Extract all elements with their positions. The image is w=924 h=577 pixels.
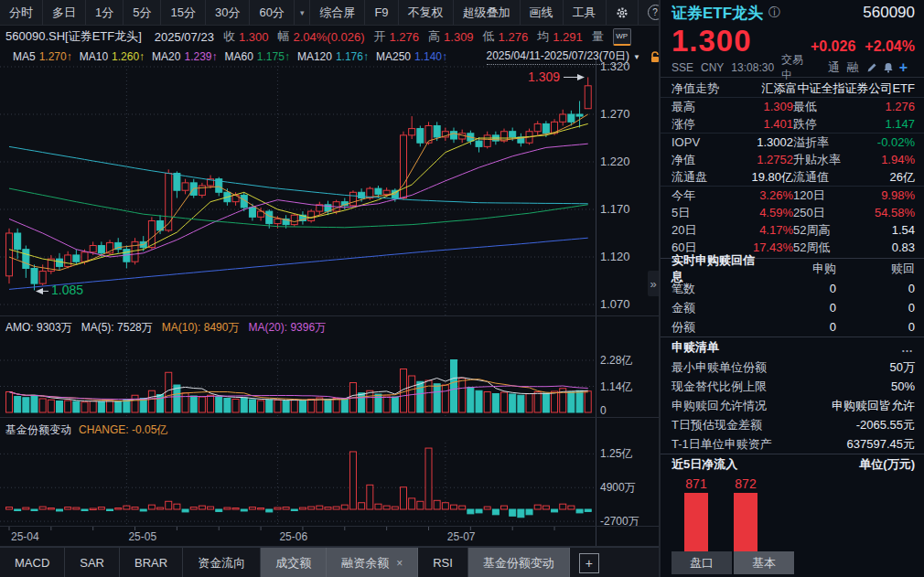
add-indicator-button[interactable]: + bbox=[579, 553, 599, 573]
volume-header-segment: MA(5): 7528万 bbox=[81, 320, 153, 336]
wencai-wp-icon[interactable]: WP bbox=[613, 28, 631, 46]
toolbar-item-F9[interactable]: F9 bbox=[365, 0, 398, 25]
detail-label: 涨停 bbox=[672, 116, 695, 133]
inflow-title: 近5日净流入 bbox=[672, 456, 859, 473]
redemption-section-header: 申赎清单… bbox=[661, 337, 924, 358]
fund-share-indicator-bar: 基金份额变动CHANGE: -0.05亿 bbox=[0, 420, 664, 440]
toolbar-item-综合屏[interactable]: 综合屏 bbox=[310, 0, 365, 25]
etf-code: 560090 bbox=[863, 4, 915, 22]
indicator-tab-bar: MACDSARBRAR资金流向成交额融资余额×RSI基金份额变动+ bbox=[0, 547, 659, 577]
market-status-bar: SSECNY13:08:30交易中通融+ bbox=[661, 59, 924, 78]
subscription-redeem-value: 0 bbox=[836, 282, 915, 295]
quote-field-label: 幅 bbox=[277, 28, 289, 45]
subscription-redeem-value: 0 bbox=[836, 320, 915, 334]
svg-text:25-07: 25-07 bbox=[447, 530, 476, 543]
svg-text:1.170: 1.170 bbox=[600, 202, 630, 216]
toolbar-item-不复权[interactable]: 不复权 bbox=[399, 0, 454, 25]
more-icon[interactable]: … bbox=[901, 341, 915, 355]
toolbar-item-工具[interactable]: 工具 bbox=[564, 0, 607, 25]
svg-text:-2700万: -2700万 bbox=[600, 515, 639, 528]
gear-icon[interactable] bbox=[607, 0, 639, 25]
indicator-tab-SAR[interactable]: SAR bbox=[65, 548, 120, 577]
indicator-tab-RSI[interactable]: RSI bbox=[418, 548, 468, 577]
quote-field-label: 量 bbox=[592, 28, 604, 45]
add-to-watchlist-icon[interactable]: + bbox=[899, 59, 908, 76]
subscription-col-redeem: 赎回 bbox=[836, 261, 915, 277]
detail-value: 1.54 bbox=[892, 223, 915, 237]
subscription-row: 金额00 bbox=[661, 298, 924, 317]
subscription-section-header: 实时申购赎回信息申购赎回 bbox=[661, 259, 924, 279]
detail-label: 20日 bbox=[672, 222, 696, 239]
ma-value-MA120: 1.176↑ bbox=[336, 50, 369, 63]
quote-field-value: 1.291 bbox=[553, 30, 583, 44]
redemption-row-label: T日预估现金差额 bbox=[672, 417, 762, 433]
quote-detail-cell: 最低1.276 bbox=[793, 99, 915, 115]
subscription-apply-value: 0 bbox=[757, 320, 836, 334]
info-icon[interactable]: ⓘ bbox=[768, 5, 780, 21]
date-range-dropdown-icon[interactable]: ▼ bbox=[633, 53, 640, 61]
collapse-panel-handle[interactable]: » bbox=[648, 271, 659, 296]
currency-label: CNY bbox=[701, 61, 724, 74]
indicator-tab-BRAR[interactable]: BRAR bbox=[120, 548, 183, 577]
quote-field-value: 1.276 bbox=[499, 30, 529, 44]
price-change-pct: +2.04% bbox=[865, 38, 915, 55]
margin-badge-通: 通 bbox=[828, 59, 840, 76]
quote-tab-基本[interactable]: 基本 bbox=[734, 551, 794, 574]
indicator-tab-成交额[interactable]: 成交额 bbox=[261, 548, 327, 577]
indicator-tab-MACD[interactable]: MACD bbox=[0, 548, 65, 577]
detail-label: 5日 bbox=[672, 205, 690, 221]
detail-label: 今年 bbox=[672, 187, 695, 204]
date-range-selector[interactable]: 2025/04/11-2025/07/23(70日)▼ bbox=[487, 48, 661, 65]
detail-label: 250日 bbox=[793, 205, 825, 221]
quote-detail-cell: 250日54.58% bbox=[793, 205, 915, 221]
detail-label: 流通值 bbox=[793, 169, 829, 186]
ma-values-bar: MA51.270↑MA101.260↑MA201.239↑MA601.175↑M… bbox=[0, 48, 664, 66]
date-range-text: 2025/04/11-2025/07/23(70日) bbox=[487, 48, 630, 65]
quote-detail-cell: 溢折率-0.02% bbox=[793, 134, 915, 151]
toolbar-item-画线[interactable]: 画线 bbox=[521, 0, 564, 25]
volume-indicator-bar: AMO: 9303万MA(5): 7528万MA(10): 8490万MA(20… bbox=[0, 317, 664, 337]
inflow-bar-label: 872 bbox=[727, 476, 764, 491]
detail-label: 升贴水率 bbox=[793, 152, 841, 168]
subscription-row-label: 笔数 bbox=[672, 281, 757, 297]
exchange-label: SSE bbox=[672, 61, 693, 74]
timeframe-dropdown-icon[interactable]: ▾ bbox=[295, 0, 311, 25]
detail-label: 净值走势 bbox=[672, 80, 719, 97]
quote-tab-盘口[interactable]: 盘口 bbox=[672, 551, 732, 574]
subscription-col-apply: 申购 bbox=[757, 261, 836, 277]
quote-detail-row: 净值1.2752升贴水率1.94% bbox=[661, 151, 924, 168]
svg-text:1.220: 1.220 bbox=[600, 155, 630, 168]
quote-date: 2025/07/23 bbox=[155, 30, 214, 44]
toolbar-item-超级叠加[interactable]: 超级叠加 bbox=[454, 0, 521, 25]
toolbar-item-分时[interactable]: 分时 bbox=[0, 0, 43, 25]
quote-detail-grid: 净值走势汇添富中证全指证券公司ETF最高1.309最低1.276涨停1.401跌… bbox=[661, 78, 924, 258]
close-tab-icon[interactable]: × bbox=[396, 557, 403, 570]
kline-chart[interactable]: 1.3201.2701.2201.1701.1201.0702.28亿1.14亿… bbox=[0, 0, 659, 577]
inflow-unit: 单位(万元) bbox=[859, 456, 915, 473]
edit-pencil-icon[interactable] bbox=[866, 62, 877, 73]
quote-panel-tabs: 盘口基本 bbox=[672, 551, 796, 574]
ma-label-MA60: MA60 bbox=[225, 50, 253, 63]
svg-text:1.270: 1.270 bbox=[600, 107, 630, 121]
redemption-row-label: 最小申赎单位份额 bbox=[672, 359, 767, 376]
ma-label-MA20: MA20 bbox=[152, 50, 180, 63]
indicator-tab-基金份额变动[interactable]: 基金份额变动 bbox=[468, 548, 570, 577]
toolbar-item-5分[interactable]: 5分 bbox=[124, 0, 161, 25]
detail-label: 最高 bbox=[672, 99, 695, 115]
inflow-bar bbox=[684, 493, 708, 553]
redemption-row-label: T-1日单位申赎资产 bbox=[672, 436, 772, 453]
toolbar-item-多日[interactable]: 多日 bbox=[43, 0, 86, 25]
toolbar-item-1分[interactable]: 1分 bbox=[86, 0, 124, 25]
detail-label: 52周高 bbox=[793, 222, 830, 239]
toolbar-item-15分[interactable]: 15分 bbox=[161, 0, 205, 25]
redemption-row-value: 50万 bbox=[890, 359, 915, 376]
toolbar-item-30分[interactable]: 30分 bbox=[206, 0, 250, 25]
toolbar-item-60分[interactable]: 60分 bbox=[250, 0, 294, 25]
alert-bell-icon[interactable] bbox=[883, 62, 894, 73]
redemption-row: 最小申赎单位份额50万 bbox=[661, 358, 924, 377]
indicator-tab-资金流向[interactable]: 资金流向 bbox=[183, 548, 261, 577]
indicator-tab-融资余额[interactable]: 融资余额× bbox=[327, 548, 418, 577]
detail-value: 4.59% bbox=[759, 206, 793, 219]
detail-value: 1.309 bbox=[763, 100, 793, 113]
quote-detail-cell: 20日4.17% bbox=[672, 222, 793, 239]
